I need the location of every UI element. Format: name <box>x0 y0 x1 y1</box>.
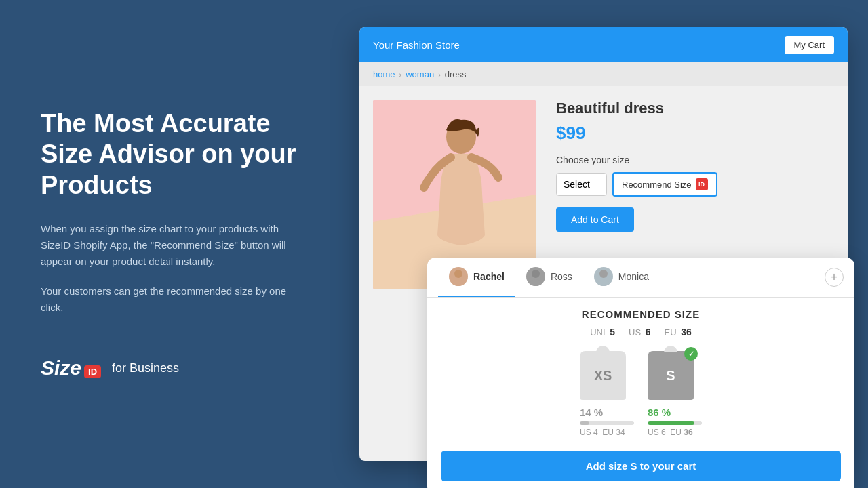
size-cards-row: XS 14 % US 4 EU 34 S ✓ 86 % <box>441 351 841 437</box>
breadcrumb-home[interactable]: home <box>373 69 395 79</box>
left-panel: The Most Accurate Size Advisor on your P… <box>0 75 346 414</box>
size-select[interactable]: Select <box>556 173 607 196</box>
size-card-xs: XS 14 % US 4 EU 34 <box>580 351 634 437</box>
size-popup-card: Rachel Ross Monica + RECOMMENDED SIZE UN… <box>427 258 854 488</box>
size-pct-s: 86 % <box>648 407 671 418</box>
store-header: Your Fashion Store My Cart <box>359 27 848 62</box>
breadcrumb-woman[interactable]: woman <box>406 69 434 79</box>
rec-measurements: UNI 5 US 6 EU 36 <box>441 327 841 338</box>
product-price: $99 <box>556 123 834 144</box>
cart-button[interactable]: My Cart <box>785 36 835 54</box>
recommended-size-title: RECOMMENDED SIZE <box>441 308 841 320</box>
description-1: When you assign the size chart to your p… <box>41 221 305 270</box>
recommend-size-button[interactable]: Recommend Size ID <box>612 172 717 197</box>
size-bar-xs <box>580 421 634 425</box>
add-to-cart-button[interactable]: Add to Cart <box>556 207 634 232</box>
size-bar-s <box>648 421 702 425</box>
svg-point-5 <box>599 270 608 278</box>
tab-ross[interactable]: Ross <box>515 258 583 297</box>
meas-us: US 6 <box>629 327 650 338</box>
size-selector-row: Select Recommend Size ID <box>556 172 834 197</box>
store-name: Your Fashion Store <box>373 39 460 51</box>
popup-add-to-cart-button[interactable]: Add size S to your cart <box>441 451 841 481</box>
tab-rachel-label: Rachel <box>473 271 505 282</box>
browser-mockup: Your Fashion Store My Cart home › woman … <box>359 27 848 461</box>
size-sub-s: US 6 EU 36 <box>648 428 693 437</box>
avatar-rachel <box>449 267 468 286</box>
size-card-s: S ✓ 86 % US 6 EU 36 <box>648 351 702 437</box>
size-pct-xs: 14 % <box>580 407 603 418</box>
tab-monica-label: Monica <box>618 271 649 282</box>
size-tag-xs: XS <box>580 351 626 400</box>
tabs-row: Rachel Ross Monica + <box>427 258 854 298</box>
description-2: Your customers can get the recommended s… <box>41 283 305 316</box>
check-badge-s: ✓ <box>684 347 698 361</box>
svg-point-3 <box>454 270 462 278</box>
breadcrumb-sep-1: › <box>399 70 402 79</box>
svg-point-4 <box>532 270 540 278</box>
avatar-ross <box>526 267 545 286</box>
size-sub-xs: US 4 EU 34 <box>580 428 625 437</box>
sizeid-icon-small: ID <box>696 178 708 190</box>
recommended-size-content: RECOMMENDED SIZE UNI 5 US 6 EU 36 XS 14 … <box>427 298 854 437</box>
meas-uni: UNI 5 <box>590 327 615 338</box>
add-profile-button[interactable]: + <box>825 268 844 287</box>
breadcrumb: home › woman › dress <box>359 62 848 86</box>
brand-for-business: for Business <box>112 361 179 375</box>
size-bar-fill-s <box>648 421 694 425</box>
tab-rachel[interactable]: Rachel <box>438 258 515 297</box>
breadcrumb-sep-2: › <box>438 70 441 79</box>
meas-eu: EU 36 <box>665 327 692 338</box>
size-bar-fill-xs <box>580 421 589 425</box>
brand-size: Size <box>41 357 81 380</box>
size-tag-s: S ✓ <box>648 351 694 400</box>
product-title: Beautiful dress <box>556 100 834 117</box>
tab-ross-label: Ross <box>551 271 572 282</box>
brand-logo: Size ID for Business <box>41 357 305 380</box>
headline: The Most Accurate Size Advisor on your P… <box>41 108 305 201</box>
tab-monica[interactable]: Monica <box>583 258 660 297</box>
choose-size-label: Choose your size <box>556 155 834 165</box>
recommend-size-label: Recommend Size <box>622 180 692 190</box>
breadcrumb-dress: dress <box>445 69 467 79</box>
brand-id: ID <box>84 365 101 378</box>
avatar-monica <box>594 267 613 286</box>
